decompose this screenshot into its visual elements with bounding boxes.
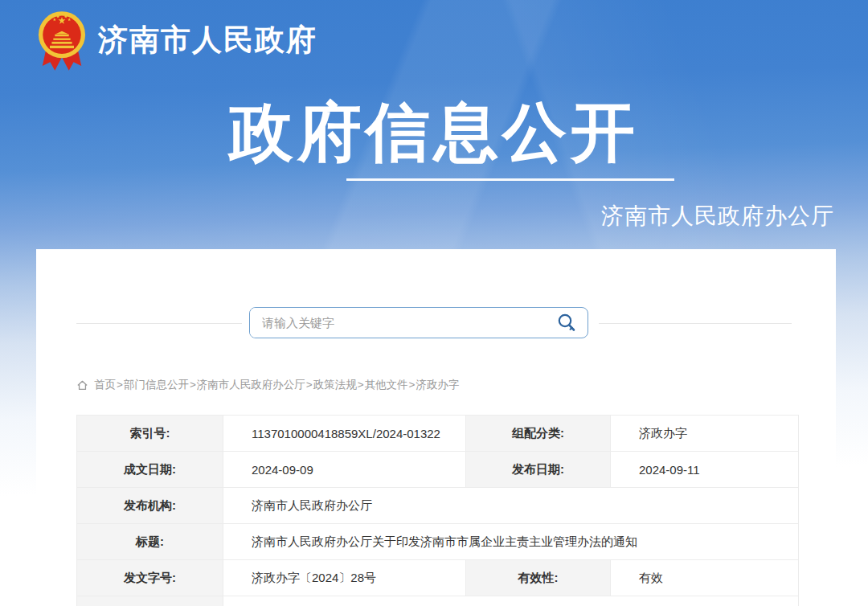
breadcrumb-item[interactable]: 其他文件	[365, 379, 408, 391]
breadcrumb-items: 首页>部门信息公开>济南市人民政府办公厅>政策法规>其他文件>济政办字	[94, 378, 459, 392]
table-row: 索引号:1137010000418859XL/2024-01322组配分类:济政…	[77, 416, 799, 452]
field-value: 2024-09-09	[223, 452, 466, 488]
title-underline	[346, 178, 674, 181]
breadcrumb-item[interactable]: 首页	[94, 379, 116, 391]
site-logo[interactable]: 济南市人民政府	[37, 5, 317, 76]
field-label: 索引号:	[77, 416, 223, 452]
breadcrumb-separator: >	[190, 379, 196, 391]
field-label	[77, 596, 223, 606]
search-icon	[556, 313, 577, 334]
breadcrumb: 首页>部门信息公开>济南市人民政府办公厅>政策法规>其他文件>济政办字	[76, 378, 459, 392]
site-name: 济南市人民政府	[98, 20, 317, 60]
field-label: 成文日期:	[77, 452, 223, 488]
breadcrumb-separator: >	[306, 379, 313, 391]
table-row: 标题:济南市人民政府办公厅关于印发济南市市属企业主责主业管理办法的通知	[77, 524, 799, 560]
page-title: 政府信息公开	[0, 90, 868, 177]
table-row: 发布机构:济南市人民政府办公厅	[77, 488, 799, 524]
breadcrumb-separator: >	[409, 379, 416, 391]
field-label: 标题:	[77, 524, 223, 560]
field-label: 组配分类:	[466, 416, 611, 452]
breadcrumb-separator: >	[117, 379, 123, 391]
field-value: 济南市人民政府办公厅关于印发济南市市属企业主责主业管理办法的通知	[223, 524, 799, 560]
info-table: 索引号:1137010000418859XL/2024-01322组配分类:济政…	[76, 415, 799, 606]
home-icon	[76, 379, 88, 391]
field-value: 济南市人民政府办公厅	[223, 488, 799, 524]
table-row: 成文日期:2024-09-09发布日期:2024-09-11	[77, 452, 799, 488]
national-emblem-icon	[37, 9, 87, 72]
search-button[interactable]	[546, 308, 588, 338]
field-label: 发文字号:	[77, 560, 223, 596]
breadcrumb-item[interactable]: 济南市人民政府办公厅	[197, 379, 305, 391]
content-panel: 首页>部门信息公开>济南市人民政府办公厅>政策法规>其他文件>济政办字 索引号:…	[36, 249, 836, 606]
divider-right	[599, 323, 792, 324]
field-label: 发布日期:	[466, 452, 611, 488]
field-value: 2024-09-11	[611, 452, 799, 488]
field-label: 发布机构:	[77, 488, 223, 524]
table-row: 发文字号:济政办字〔2024〕28号有效性:有效	[77, 560, 799, 596]
field-value: 济政办字	[611, 416, 799, 452]
government-info-page: { "header": { "site_name": "济南市人民政府", "p…	[0, 0, 868, 606]
table-row	[77, 596, 799, 606]
divider-left	[76, 323, 242, 324]
field-value: 1137010000418859XL/2024-01322	[223, 416, 466, 452]
breadcrumb-item[interactable]: 政策法规	[313, 379, 357, 391]
breadcrumb-item[interactable]: 部门信息公开	[124, 379, 189, 391]
department-name: 济南市人民政府办公厅	[601, 201, 834, 231]
search-input[interactable]	[250, 308, 546, 338]
field-label: 有效性:	[466, 560, 611, 596]
field-value: 济政办字〔2024〕28号	[223, 560, 466, 596]
search-box	[249, 307, 588, 338]
field-value: 有效	[611, 560, 799, 596]
field-value	[223, 596, 799, 606]
breadcrumb-separator: >	[358, 379, 364, 391]
breadcrumb-item[interactable]: 济政办字	[416, 379, 459, 391]
